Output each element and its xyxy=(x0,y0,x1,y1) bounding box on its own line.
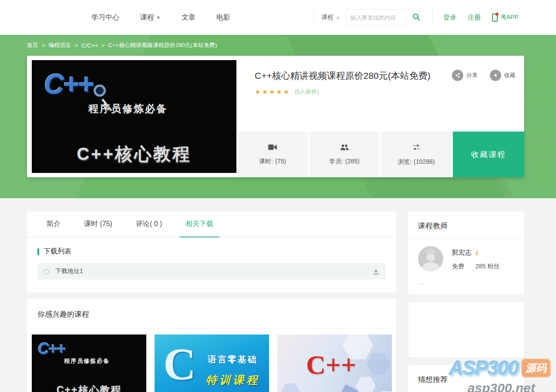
search-category-dropdown[interactable]: 课程 ∨ xyxy=(321,14,340,21)
keyboard-key-decoration xyxy=(341,384,358,392)
favorite-label: 收藏 xyxy=(504,71,516,79)
breadcrumb-separator: > xyxy=(101,42,105,49)
views-exchange-icon xyxy=(411,143,421,153)
teacher-avatar[interactable] xyxy=(418,246,443,271)
stat-name: 学员: xyxy=(329,158,343,166)
notification-dot xyxy=(495,13,499,16)
chevron-down-icon: ∨ xyxy=(336,15,340,20)
hexagon-decoration xyxy=(356,376,376,392)
stat-label: 课时: (75) xyxy=(259,158,286,166)
recommend-card: 猜想推荐 xyxy=(408,365,524,392)
nav-item-courses[interactable]: 课程 ▼ xyxy=(140,13,161,22)
auth-links: 登录 注册 考APP xyxy=(443,0,519,35)
favorite-button[interactable]: ♥ 收藏 xyxy=(490,70,516,81)
hexagon-decoration xyxy=(367,352,391,376)
nav-item-articles[interactable]: 文章 xyxy=(182,13,195,22)
heart-icon: ♥ xyxy=(490,70,501,81)
phone-icon xyxy=(492,14,498,22)
download-section-header: 下载列表 xyxy=(37,247,396,256)
tab-bar: 简介 课时 (75) 评论( 0 ) 相关下载 xyxy=(27,211,396,237)
cpp-logo: C++ xyxy=(38,340,65,358)
cpp-logo: C++ xyxy=(44,68,93,100)
sidebar-empty-card xyxy=(408,302,524,358)
course-tabs-card: 简介 课时 (75) 评论( 0 ) 相关下载 下载列表 下载地址1 xyxy=(27,211,396,293)
rating-row: ★★★★★ (0人评价) xyxy=(255,88,319,96)
related-courses-title: 你感兴趣的课程 xyxy=(27,299,396,319)
app-download-link[interactable]: 考APP xyxy=(492,14,519,22)
share-label: 分享 xyxy=(466,71,478,79)
teacher-info: 郭宏志 i 免费 285 粉丝 ... xyxy=(408,239,524,288)
radio-circle-icon xyxy=(44,269,49,274)
star-rating-icons: ★★★★★ xyxy=(255,88,290,96)
stat-value: (285) xyxy=(345,158,360,166)
video-camera-icon xyxy=(268,143,277,153)
related-course-thumbnail-3[interactable]: C++ xyxy=(277,335,392,392)
cover-title: C++核心教程 xyxy=(32,383,146,392)
c-letter-graphic: C xyxy=(163,338,196,390)
tab-lessons[interactable]: 课时 (75) xyxy=(84,211,112,237)
collect-course-button[interactable]: 收藏课程 xyxy=(453,132,524,177)
login-link[interactable]: 登录 xyxy=(443,14,456,22)
breadcrumb-current: C++核心精讲视频课程原价280元(本站免费) xyxy=(108,41,217,49)
breadcrumb-category[interactable]: 编程语言 xyxy=(49,41,71,49)
course-actions: 分享 ♥ 收藏 xyxy=(452,70,516,81)
stat-views: 浏览: (10288) xyxy=(381,132,452,177)
watermark-badge: 源码 xyxy=(522,359,550,377)
app-link-label: 考APP xyxy=(500,14,519,21)
cover-subtitle: 程序员修炼必备 xyxy=(88,102,168,115)
breadcrumb-home[interactable]: 首页 xyxy=(27,41,38,49)
stat-name: 课时: xyxy=(259,158,273,166)
search-input[interactable] xyxy=(346,9,407,26)
related-courses-card: 你感兴趣的课程 C++ 程序员修炼必备 C++核心教程 C 语言零基础 特训课程… xyxy=(27,299,396,392)
download-list-item[interactable]: 下载地址1 xyxy=(37,263,386,280)
breadcrumb: 首页 > 编程语言 > C/C++ > C++核心精讲视频课程原价280元(本站… xyxy=(27,41,217,49)
teacher-name[interactable]: 郭宏志 xyxy=(452,249,472,257)
teacher-more-ellipsis[interactable]: ... xyxy=(418,279,425,286)
teacher-fans: 285 粉丝 xyxy=(475,263,499,270)
stat-name: 浏览: xyxy=(398,158,411,166)
download-item-label: 下载地址1 xyxy=(55,267,372,275)
cover-subtitle: 语言零基础 xyxy=(208,354,258,365)
cpp-red-logo: C++ xyxy=(306,349,356,380)
teacher-price: 免费 xyxy=(452,263,464,270)
cover-title: 特训课程 xyxy=(206,373,260,387)
page-title: C++核心精讲视频课程原价280元(本站免费) xyxy=(255,70,431,82)
nav-label: 文章 xyxy=(182,13,195,22)
search-button[interactable] xyxy=(407,9,426,26)
stat-label: 浏览: (10288) xyxy=(398,158,435,166)
download-icon[interactable] xyxy=(372,268,380,275)
stat-lessons: 课时: (75) xyxy=(237,132,308,177)
tab-downloads[interactable]: 相关下载 xyxy=(185,211,213,237)
breadcrumb-separator: > xyxy=(75,42,78,49)
chevron-down-icon: ▼ xyxy=(156,15,161,20)
course-cover-image[interactable]: C++ 程序员修炼必备 C++核心教程 xyxy=(32,60,236,173)
stat-value: (75) xyxy=(275,158,286,166)
students-icon xyxy=(340,143,349,153)
related-courses-list: C++ 程序员修炼必备 C++核心教程 C 语言零基础 特训课程 C++ xyxy=(27,328,396,392)
nav-label: 电影 xyxy=(216,13,230,22)
magnifier-decoration xyxy=(94,84,106,97)
nav-label: 课程 xyxy=(140,13,154,22)
breadcrumb-subcategory[interactable]: C/C++ xyxy=(81,42,98,49)
teacher-card: 课程教师 郭宏志 i 免费 285 粉丝 ... xyxy=(408,211,524,294)
avatar-silhouette xyxy=(422,262,439,271)
nav-item-movies[interactable]: 电影 xyxy=(216,13,230,22)
download-section-title: 下载列表 xyxy=(44,247,71,256)
course-detail-card: C++ 程序员修炼必备 C++核心教程 C++核心精讲视频课程原价280元(本站… xyxy=(27,56,524,177)
related-course-thumbnail-1[interactable]: C++ 程序员修炼必备 C++核心教程 xyxy=(32,335,146,392)
tab-comments[interactable]: 评论( 0 ) xyxy=(136,211,162,237)
rating-count[interactable]: (0人评价) xyxy=(295,88,319,96)
nav-item-learning-center[interactable]: 学习中心 xyxy=(91,13,119,22)
share-button[interactable]: 分享 xyxy=(452,70,478,81)
nav-label: 学习中心 xyxy=(91,13,119,22)
breadcrumb-separator: > xyxy=(42,42,45,49)
teacher-meta: 免费 285 粉丝 xyxy=(452,263,499,270)
share-icon xyxy=(452,70,463,81)
top-header: 学习中心 课程 ▼ 文章 电影 课程 ∨ 登录 xyxy=(0,0,556,35)
tab-intro[interactable]: 简介 xyxy=(47,211,61,237)
register-link[interactable]: 注册 xyxy=(468,14,481,22)
search-category-value: 课程 xyxy=(321,14,334,21)
stat-students: 学员: (285) xyxy=(309,132,380,177)
graduation-cap-icon xyxy=(425,248,437,255)
related-course-thumbnail-2[interactable]: C 语言零基础 特训课程 xyxy=(155,335,269,392)
